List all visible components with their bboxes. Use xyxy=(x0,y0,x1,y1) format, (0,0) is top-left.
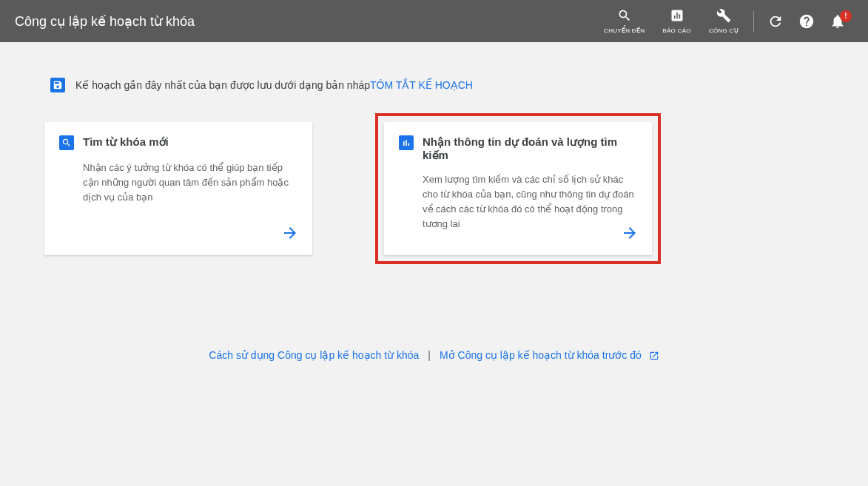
recent-plan-text: Kế hoạch gần đây nhất của bạn được lưu d… xyxy=(75,79,370,91)
card-title: Nhận thông tin dự đoán và lượng tìm kiếm xyxy=(423,135,637,162)
card-header: Nhận thông tin dự đoán và lượng tìm kiếm xyxy=(399,135,637,162)
goto-button[interactable]: CHUYỂN ĐẾN xyxy=(595,8,653,34)
refresh-button[interactable] xyxy=(760,13,791,30)
notifications-button[interactable]: ! xyxy=(822,13,853,30)
how-to-link[interactable]: Cách sử dụng Công cụ lập kế hoạch từ khó… xyxy=(209,349,419,361)
tools-label: CÔNG CỤ xyxy=(709,27,739,34)
open-previous-label: Mở Công cụ lập kế hoạch từ khóa trước đó xyxy=(440,349,642,361)
magnify-icon xyxy=(59,135,74,150)
reports-button[interactable]: BÁO CÁO xyxy=(653,8,700,34)
plan-summary-link[interactable]: TÓM TẮT KẾ HOẠCH xyxy=(370,79,473,91)
tools-button[interactable]: CÔNG CỤ xyxy=(700,8,747,34)
wrench-icon xyxy=(716,8,731,26)
goto-label: CHUYỂN ĐẾN xyxy=(604,27,645,34)
search-icon xyxy=(617,8,632,26)
footer-links: Cách sử dụng Công cụ lập kế hoạch từ khó… xyxy=(44,349,824,361)
divider xyxy=(753,11,754,32)
refresh-icon xyxy=(767,13,784,30)
card-header: Tìm từ khóa mới xyxy=(59,135,297,150)
reports-label: BÁO CÁO xyxy=(662,27,691,34)
help-icon xyxy=(798,13,815,30)
main-content: Kế hoạch gần đây nhất của bạn được lưu d… xyxy=(0,42,868,361)
notification-badge: ! xyxy=(840,10,852,22)
bar-chart-icon xyxy=(670,8,684,26)
save-icon xyxy=(50,78,65,92)
chart-icon xyxy=(399,135,414,150)
page-title: Công cụ lập kế hoạch từ khóa xyxy=(15,13,195,30)
forecast-card[interactable]: Nhận thông tin dự đoán và lượng tìm kiếm… xyxy=(384,122,652,255)
arrow-right-icon xyxy=(281,224,299,245)
help-button[interactable] xyxy=(791,13,822,30)
open-previous-link[interactable]: Mở Công cụ lập kế hoạch từ khóa trước đó xyxy=(440,349,659,361)
card-title: Tìm từ khóa mới xyxy=(83,135,169,149)
highlighted-frame: Nhận thông tin dự đoán và lượng tìm kiếm… xyxy=(375,113,661,264)
arrow-right-icon xyxy=(621,224,639,245)
find-keywords-card[interactable]: Tìm từ khóa mới Nhận các ý tưởng từ khóa… xyxy=(44,122,312,255)
card-description: Xem lượng tìm kiếm và các chỉ số lịch sử… xyxy=(423,172,637,242)
header-actions: CHUYỂN ĐẾN BÁO CÁO CÔNG CỤ ! xyxy=(595,8,853,34)
card-description: Nhận các ý tưởng từ khóa có thể giúp bạn… xyxy=(83,161,297,242)
cards-container: Tìm từ khóa mới Nhận các ý tưởng từ khóa… xyxy=(44,122,824,264)
recent-plan-banner: Kế hoạch gần đây nhất của bạn được lưu d… xyxy=(50,78,824,92)
separator: | xyxy=(428,349,431,361)
app-header: Công cụ lập kế hoạch từ khóa CHUYỂN ĐẾN … xyxy=(0,0,868,42)
external-link-icon xyxy=(649,351,659,361)
